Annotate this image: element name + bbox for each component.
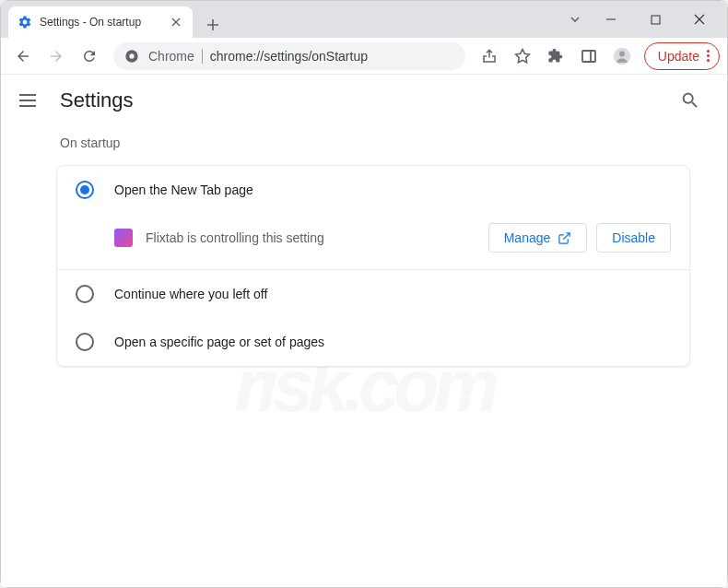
- radio-unselected-icon: [76, 333, 94, 351]
- startup-card: Open the New Tab page Flixtab is control…: [56, 165, 690, 367]
- reload-button[interactable]: [75, 41, 104, 71]
- close-window-button[interactable]: [679, 5, 720, 34]
- svg-point-2: [129, 53, 134, 58]
- page-content: PC risk.com Settings On startup Open the…: [1, 75, 727, 587]
- forward-button: [41, 41, 71, 71]
- close-tab-icon[interactable]: [169, 15, 183, 29]
- svg-rect-0: [652, 16, 660, 24]
- side-panel-icon[interactable]: [574, 41, 604, 71]
- omnibox-prefix: Chrome: [148, 49, 194, 64]
- radio-open-new-tab[interactable]: Open the New Tab page: [57, 166, 689, 214]
- page-title: Settings: [60, 88, 134, 112]
- extension-icon: [114, 229, 133, 247]
- radio-unselected-icon: [76, 285, 94, 303]
- hamburger-menu-icon[interactable]: [19, 89, 41, 112]
- radio-continue-left-off[interactable]: Continue where you left off: [57, 270, 689, 318]
- tab-title: Settings - On startup: [40, 16, 161, 29]
- back-button[interactable]: [8, 41, 38, 71]
- chrome-logo-icon: [124, 49, 139, 64]
- external-link-icon: [558, 231, 571, 245]
- bookmark-star-icon[interactable]: [508, 41, 537, 71]
- address-bar[interactable]: Chrome chrome://settings/onStartup: [113, 42, 465, 70]
- share-icon[interactable]: [475, 41, 504, 71]
- extension-control-notice: Flixtab is controlling this setting Mana…: [57, 214, 689, 270]
- manage-button[interactable]: Manage: [488, 223, 588, 253]
- browser-toolbar: Chrome chrome://settings/onStartup Updat…: [1, 38, 727, 75]
- radio-specific-pages[interactable]: Open a specific page or set of pages: [57, 318, 689, 366]
- svg-rect-3: [582, 51, 595, 62]
- minimize-button[interactable]: [591, 5, 631, 34]
- settings-gear-icon: [18, 15, 32, 29]
- search-icon[interactable]: [672, 82, 709, 119]
- maximize-button[interactable]: [635, 5, 675, 34]
- update-button[interactable]: Update: [644, 42, 720, 70]
- menu-dots-icon: [707, 50, 710, 62]
- svg-line-7: [564, 232, 570, 239]
- svg-point-6: [619, 51, 625, 56]
- profile-avatar-icon[interactable]: [607, 41, 637, 71]
- extensions-icon[interactable]: [541, 41, 570, 71]
- tab-search-dropdown-icon[interactable]: [559, 13, 591, 26]
- browser-tab[interactable]: Settings - On startup: [8, 6, 193, 38]
- new-tab-button[interactable]: [200, 12, 226, 38]
- omnibox-url: chrome://settings/onStartup: [210, 49, 368, 64]
- radio-selected-icon: [76, 181, 94, 199]
- section-label: On startup: [56, 135, 690, 150]
- title-bar: Settings - On startup: [1, 1, 727, 38]
- settings-header: Settings: [1, 75, 727, 126]
- disable-button[interactable]: Disable: [596, 223, 671, 253]
